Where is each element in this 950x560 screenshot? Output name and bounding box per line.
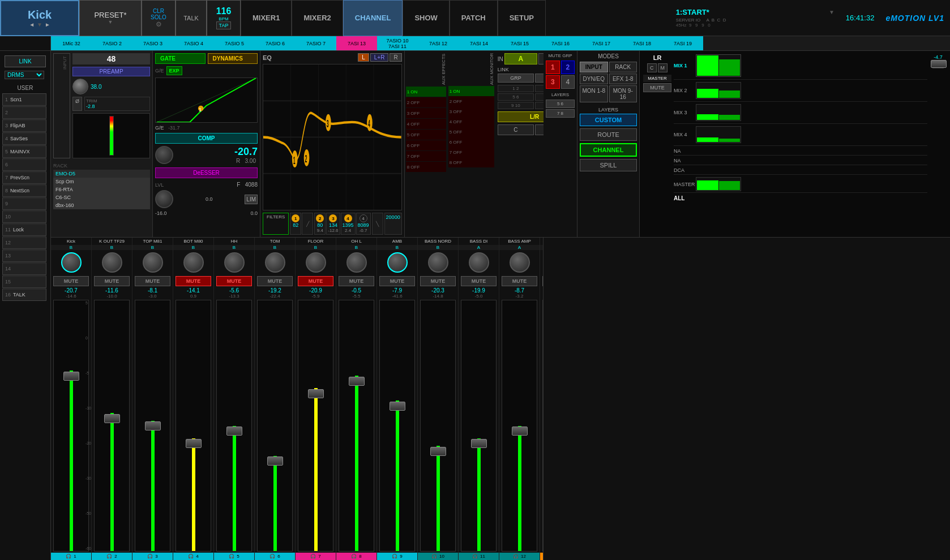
user-btn-13[interactable]: 13 xyxy=(2,249,46,262)
tab-patch[interactable]: PATCH xyxy=(450,0,498,36)
spill-btn[interactable]: SPILL xyxy=(580,159,637,171)
route-btn[interactable]: ROUTE xyxy=(580,128,637,141)
strip-mute-9[interactable]: MUTE xyxy=(379,276,415,286)
deesser-button[interactable]: DeESSER xyxy=(155,167,258,178)
mute-num-7[interactable]: 7 8 xyxy=(546,109,575,118)
strip-mute-4[interactable]: MUTE xyxy=(176,276,211,286)
strip-knob-12[interactable] xyxy=(510,252,530,273)
strip-mute-6[interactable]: MUTE xyxy=(257,276,293,286)
ch-label-9[interactable]: 7ASIO 107ASI 11 xyxy=(377,36,418,50)
eq-l-btn[interactable]: L xyxy=(358,53,369,62)
strip-fader-11[interactable] xyxy=(459,299,499,553)
aux-1-on[interactable]: 1 ON xyxy=(406,87,446,97)
master-mute-btn[interactable]: MUTE xyxy=(643,83,671,92)
strip-knob-kick[interactable] xyxy=(61,252,82,273)
tab-setup[interactable]: SETUP xyxy=(498,0,546,36)
band-1[interactable]: 1 82 xyxy=(290,213,301,235)
ch-label-14[interactable]: 7ASI 17 xyxy=(581,36,622,50)
user-btn-12[interactable]: 12 xyxy=(2,236,46,249)
user-btn-16[interactable]: 16TALK xyxy=(2,288,46,301)
band-2[interactable]: 2 80 9.4 xyxy=(314,213,326,235)
grp-btn[interactable]: GRP xyxy=(498,74,534,83)
nav-right-icon[interactable]: ► xyxy=(45,21,50,28)
strip-knob-7[interactable] xyxy=(306,252,326,273)
strip-knob-6[interactable] xyxy=(265,252,285,273)
strip-knob-10[interactable] xyxy=(428,252,448,273)
user-btn-6[interactable]: 6 xyxy=(2,158,46,171)
lr-m-btn[interactable]: M xyxy=(658,63,668,72)
eq-lr-btn[interactable]: L+R xyxy=(370,53,389,62)
strip-knob-3[interactable] xyxy=(143,252,163,273)
channel-btn[interactable]: CHANNEL xyxy=(580,143,637,157)
rack-dbx[interactable]: dbx-160 xyxy=(53,201,150,209)
strip-bottom-3[interactable]: 🎧3 xyxy=(132,553,173,560)
strip-knob-8[interactable] xyxy=(346,252,367,273)
user-btn-11[interactable]: 11Lock xyxy=(2,223,46,236)
strip-bottom-5[interactable]: 🎧5 xyxy=(214,553,254,560)
aux-7-off[interactable]: 7 OFF xyxy=(406,151,446,161)
nav-left-icon[interactable]: ◄ xyxy=(29,21,35,28)
strip-fader-13[interactable] xyxy=(540,299,543,553)
rack-scp[interactable]: Scp Om xyxy=(53,178,150,186)
aux-2-off[interactable]: 2 OFF xyxy=(406,97,446,107)
ch-label-2[interactable]: 7ASIO 2 xyxy=(92,36,132,50)
strip-bottom-6[interactable]: 🎧6 xyxy=(255,553,295,560)
strip-bottom-12[interactable]: 🎧12 xyxy=(499,553,540,560)
rack-emo-d5[interactable]: EMO-D5 xyxy=(53,170,150,178)
user-btn-5[interactable]: 5MAINVX xyxy=(2,145,46,158)
strip-bottom-kick[interactable]: 🎧1 xyxy=(51,553,91,560)
tab-mixer2[interactable]: MIXER2 xyxy=(292,0,343,36)
lr-master-fader[interactable]: -4.7 -5.5 xyxy=(930,54,947,68)
band-3[interactable]: 3 134 -12.6 xyxy=(326,213,340,235)
user-btn-9[interactable]: 9 xyxy=(2,197,46,210)
mute-grp-2[interactable]: 2 xyxy=(561,61,575,74)
lim-button[interactable]: LIM xyxy=(245,195,258,204)
mode-mon9[interactable]: MON 9-16 xyxy=(609,85,637,102)
strip-knob-2[interactable] xyxy=(102,252,122,273)
preamp-button[interactable]: PREAMP xyxy=(72,67,150,76)
mute-num-5[interactable]: 5 6 xyxy=(546,100,575,108)
lp-filter[interactable]: ╲ xyxy=(372,213,383,235)
mute-grp-4[interactable]: 4 xyxy=(561,75,575,89)
strip-mute-kick[interactable]: MUTE xyxy=(53,276,89,286)
ch-label-13[interactable]: 7ASI 16 xyxy=(540,36,581,50)
ch-label-15[interactable]: 7ASI 18 xyxy=(622,36,662,50)
strip-bottom-7[interactable]: 🎧7 xyxy=(296,553,336,560)
strip-mute-8[interactable]: MUTE xyxy=(339,276,374,286)
comp-knob[interactable] xyxy=(155,146,173,164)
mute-grp-3[interactable]: 3 xyxy=(546,75,560,89)
ch-label-8[interactable]: 7ASI 13 xyxy=(336,36,377,50)
strip-fader-kick[interactable]: 50-5-10-20-30-50-60 xyxy=(51,299,91,553)
strip-bottom-13[interactable]: 🎧13 xyxy=(540,553,543,560)
hp-filter[interactable]: ╱ xyxy=(302,213,313,235)
talk-button[interactable]: TALK xyxy=(176,0,207,36)
user-btn-3[interactable]: 3FlipAB xyxy=(2,119,46,132)
preset-button[interactable]: PRESET* ▼ xyxy=(79,0,142,36)
mode-input[interactable]: INPUT xyxy=(580,62,608,72)
gate-button[interactable]: GATE xyxy=(155,53,206,64)
strip-mute-10[interactable]: MUTE xyxy=(420,276,456,286)
user-btn-8[interactable]: 8NextScn xyxy=(2,184,46,197)
strip-mute-12[interactable]: MUTE xyxy=(502,276,537,286)
exp-button[interactable]: EXP xyxy=(166,66,182,75)
strip-mute-2[interactable]: MUTE xyxy=(94,276,130,286)
strip-bottom-10[interactable]: 🎧10 xyxy=(418,553,458,560)
tab-show[interactable]: SHOW xyxy=(403,0,449,36)
tab-mixer1[interactable]: MIXER1 xyxy=(241,0,292,36)
strip-mute-13[interactable]: MUTE xyxy=(542,276,543,286)
strip-mute-11[interactable]: MUTE xyxy=(461,276,497,286)
strip-bottom-2[interactable]: 🎧2 xyxy=(92,553,132,560)
ch-label-6[interactable]: 7ASIO 6 xyxy=(255,36,296,50)
rack-f6[interactable]: F6-RTA xyxy=(53,186,150,193)
ch-label-5[interactable]: 7ASIO 5 xyxy=(214,36,255,50)
tab-channel[interactable]: CHANNEL xyxy=(343,0,403,36)
ch-label-12[interactable]: 7ASI 15 xyxy=(499,36,540,50)
mode-efx[interactable]: EFX 1-8 xyxy=(609,74,637,84)
mode-dyneq[interactable]: DYN/EQ xyxy=(580,74,608,84)
ch-label-16[interactable]: 7ASI 19 xyxy=(662,36,703,50)
aux-8-off[interactable]: 8 OFF xyxy=(406,162,446,172)
aux-6-off[interactable]: 6 OFF xyxy=(406,140,446,150)
strip-bottom-8[interactable]: 🎧8 xyxy=(336,553,376,560)
dynamics-button[interactable]: DYNAMICS xyxy=(208,53,258,64)
strip-fader-9[interactable] xyxy=(377,299,417,553)
